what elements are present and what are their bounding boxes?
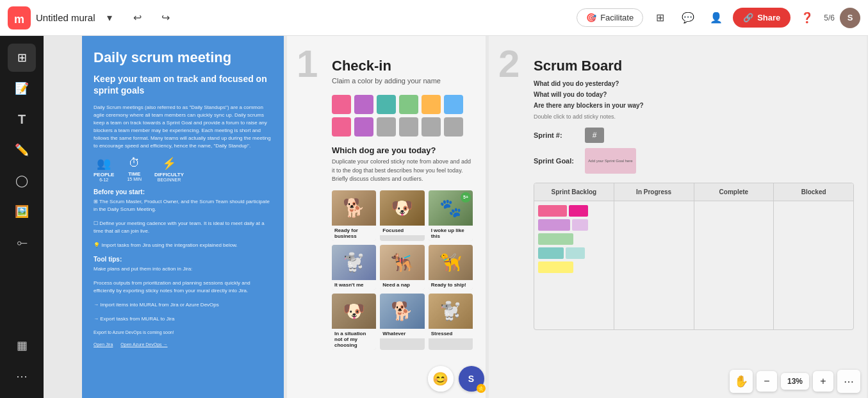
more-options-button[interactable]: ⋯ (837, 370, 860, 393)
sticky-blue (444, 95, 463, 114)
sticky-pink2 (332, 117, 351, 137)
dog-label-1: Ready for business (332, 226, 376, 241)
sidebar-shapes-button[interactable]: ◯ (8, 167, 36, 195)
sticky-purple2 (354, 117, 373, 137)
sticky-b1 (538, 205, 567, 217)
sticky-b3 (538, 219, 570, 231)
progress-body[interactable] (614, 201, 694, 329)
user-avatar[interactable]: S (840, 8, 860, 28)
sprint-goal-label: Sprint Goal: (534, 157, 578, 165)
progress-header: In Progress (614, 183, 694, 201)
sidebar-images-button[interactable]: 🖼️ (8, 197, 36, 226)
jira-link[interactable]: Open Jira (94, 342, 113, 347)
share-button[interactable]: 🔗 Share (733, 8, 790, 28)
topbar: m Untitled mural ▾ ↩ ↪ 🎯 Facilitate ⊞ 💬 … (0, 0, 868, 36)
dog-label-6: Ready to ship! (429, 280, 473, 290)
panel-scrum: 2 Scrum Board What did you do yesterday?… (489, 36, 867, 398)
sidebar-table-button[interactable]: ▦ (8, 331, 36, 360)
undo-button[interactable]: ↩ (126, 6, 149, 29)
sticky-purple (354, 95, 373, 114)
title-area: Untitled mural ▾ (36, 6, 121, 29)
canvas-area[interactable]: Daily scrum meeting Keep your team on tr… (44, 36, 868, 398)
dog-img-3: 🐾 5+ (429, 190, 473, 226)
dog-img-4: 🐩 (332, 245, 376, 280)
sidebar-more-button[interactable]: ⋯ (8, 362, 36, 390)
mural-title: Untitled mural (36, 12, 95, 23)
dog-label-5: Need a nap (380, 280, 424, 290)
sprint-number-field: Sprint #: # (534, 128, 854, 143)
dog-label-8: Whatever (380, 329, 424, 338)
sticky-b5 (538, 233, 573, 245)
sidebar-connect-button[interactable]: ⟜ (8, 228, 36, 256)
sticky-b2 (569, 205, 588, 217)
board-col-backlog: Sprint Backlog (534, 183, 614, 329)
facilitate-label: Facilitate (600, 13, 634, 22)
time-icon: ⏱ (129, 156, 140, 170)
dog-card-4: 🐩 It wasn't me (332, 245, 376, 290)
help-button[interactable]: ❓ (796, 6, 819, 29)
sidebar-text-button[interactable]: T (8, 105, 36, 133)
complete-body[interactable] (694, 201, 774, 329)
dog-label-2: Focused (380, 226, 424, 235)
intro-description: Daily Scrum meetings (also referred to a… (94, 104, 272, 150)
people-button[interactable]: 👤 (705, 6, 728, 29)
grid-view-button[interactable]: ⊞ (648, 6, 671, 29)
dog-section-title: Which dog are you today? (332, 145, 473, 155)
sticky-green (399, 95, 418, 114)
viewer-count: 5/6 (824, 13, 835, 22)
hand-tool-button[interactable]: ✋ (730, 370, 753, 393)
dog-img-1: 🐕 (332, 190, 376, 226)
checkin-subtitle: Claim a color by adding your name (332, 77, 473, 85)
user-avatar-bottom[interactable]: S ⭐ (459, 366, 484, 392)
title-dropdown-button[interactable]: ▾ (98, 6, 121, 29)
intro-stats: 👥 PEOPLE 6-12 ⏱ TIME 15 MIN ⚡ DIFFICULTY… (94, 156, 272, 182)
dog-card-8: 🐕 Whatever (380, 294, 424, 350)
sidebar-frames-button[interactable]: ⊞ (8, 44, 36, 72)
checkin-number: 1 (297, 45, 318, 83)
svg-text:m: m (14, 13, 24, 26)
dog-label-4: It wasn't me (332, 280, 376, 290)
blocked-body[interactable] (774, 201, 853, 329)
blocked-header: Blocked (774, 183, 853, 201)
dog-img-9: 🐩 (429, 294, 473, 329)
sidebar-draw-button[interactable]: ✏️ (8, 136, 36, 164)
dog-badge-3: 5+ (461, 192, 471, 203)
backlog-body[interactable] (534, 201, 614, 329)
zoom-in-button[interactable]: + (813, 371, 833, 392)
facilitate-button[interactable]: 🎯 Facilitate (577, 8, 643, 27)
topbar-right: 🎯 Facilitate ⊞ 💬 👤 🔗 Share ❓ 5/6 S (577, 6, 860, 29)
zoom-out-button[interactable]: − (757, 371, 777, 392)
sidebar-sticky-button[interactable]: 📝 (8, 74, 36, 103)
dog-label-7: In a situation not of my choosing (332, 329, 376, 350)
scrum-board: Sprint Backlog (534, 183, 854, 330)
dog-card-9: 🐩 Stressed (429, 294, 473, 350)
before-start-title: Before you start: (94, 188, 272, 195)
dog-card-2: 🐶 Focused (380, 190, 424, 241)
difficulty-icon: ⚡ (162, 156, 176, 170)
sprint-goal-box[interactable]: Add your Sprint Goal here (585, 148, 636, 174)
emoji-area: 😊 S ⭐ (428, 366, 484, 392)
stat-people: 👥 PEOPLE 6-12 (94, 156, 114, 182)
scrum-title: Scrum Board (534, 58, 854, 74)
scrum-number: 2 (498, 45, 520, 83)
backlog-header: Sprint Backlog (534, 183, 614, 201)
redo-button[interactable]: ↪ (154, 6, 177, 29)
sticky-grey4 (444, 117, 463, 137)
azure-link[interactable]: Open Azure DevOps → (120, 342, 167, 347)
dog-card-3: 🐾 5+ I woke up like this (429, 190, 473, 241)
dog-section-desc: Duplicate your colored sticky note from … (332, 158, 473, 184)
board-col-complete: Complete (694, 183, 774, 329)
board-col-progress: In Progress (614, 183, 694, 329)
facilitate-icon: 🎯 (586, 13, 596, 22)
sticky-grey1 (377, 117, 396, 137)
sticky-orange (422, 95, 441, 114)
sticky-teal (377, 95, 396, 114)
dog-img-5: 🐕‍🦺 (380, 245, 424, 280)
scrum-meta: Double click to add sticky notes. (534, 113, 854, 120)
user-star-badge: ⭐ (477, 384, 486, 393)
panel-intro: Daily scrum meeting Keep your team on tr… (82, 36, 284, 398)
sticky-grey3 (422, 117, 441, 137)
emoji-reaction-button[interactable]: 😊 (428, 366, 454, 392)
chat-button[interactable]: 💬 (676, 6, 700, 29)
mural-logo[interactable]: m (8, 6, 31, 29)
